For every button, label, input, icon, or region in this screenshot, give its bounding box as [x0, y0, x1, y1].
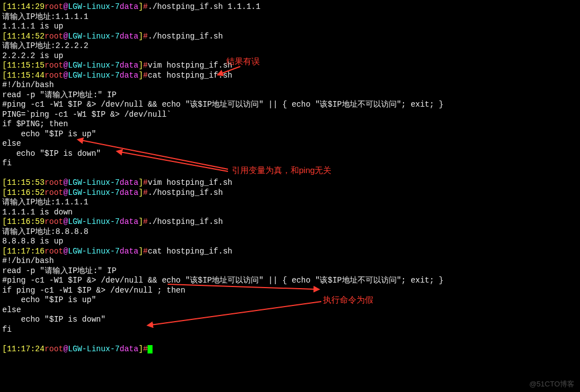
terminal-line: [11:14:52root@LGW-Linux-7data]#./hostpin…	[2, 32, 578, 42]
terminal-line: [11:17:16root@LGW-Linux-7data]#cat hostp…	[2, 247, 578, 257]
terminal-output: 请输入IP地址:8.8.8.8	[2, 227, 578, 237]
annotation-label: 结果有误	[226, 56, 260, 67]
cursor-icon	[148, 345, 153, 353]
terminal-line: [11:14:29root@LGW-Linux-7data]#./hostpin…	[2, 2, 578, 12]
script-line: #ping -c1 -W1 $IP &> /dev/null && echo "…	[2, 100, 578, 110]
script-line: echo "$IP is up"	[2, 130, 578, 140]
annotation-label: 执行命令为假	[323, 295, 373, 305]
annotation-label: 引用变量为真，和ping无关	[232, 165, 331, 176]
script-line: PING=`ping -c1 -W1 $IP &> /dev/null`	[2, 110, 578, 120]
terminal-output: 8.8.8.8 is up	[2, 237, 578, 247]
script-line: if $PING; then	[2, 119, 578, 130]
terminal-line: [11:16:52root@LGW-Linux-7data]#./hostpin…	[2, 188, 578, 198]
terminal-line: [11:15:53root@LGW-Linux-7data]#vim hostp…	[2, 178, 578, 188]
script-line: #!/bin/bash	[2, 256, 578, 266]
terminal-output: 请输入IP地址:2.2.2.2	[2, 41, 578, 51]
terminal-prompt[interactable]: [11:17:24root@LGW-Linux-7data]#	[2, 345, 578, 355]
terminal-line: [11:15:44root@LGW-Linux-7data]#cat hostp…	[2, 71, 578, 81]
terminal-output: 请输入IP地址:1.1.1.1	[2, 198, 578, 208]
terminal-output: 2.2.2.2 is up	[2, 51, 578, 61]
script-line: echo "$IP is down"	[2, 149, 578, 159]
script-line: #!/bin/bash	[2, 80, 578, 90]
terminal-output: 1.1.1.1 is up	[2, 22, 578, 32]
script-line: #ping -c1 -W1 $IP &> /dev/null && echo "…	[2, 276, 578, 286]
watermark: @51CTO博客	[529, 380, 574, 389]
terminal-output: 1.1.1.1 is down	[2, 208, 578, 218]
terminal-line: [11:15:15root@LGW-Linux-7data]#vim hostp…	[2, 61, 578, 71]
terminal-output: 请输入IP地址:1.1.1.1	[2, 12, 578, 22]
terminal-line: [11:16:59root@LGW-Linux-7data]#./hostpin…	[2, 217, 578, 227]
blank-line	[2, 334, 578, 345]
script-line: echo "$IP is up"	[2, 295, 578, 305]
script-line: else	[2, 305, 578, 315]
script-line: echo "$IP is down"	[2, 315, 578, 325]
script-line: if ping -c1 -W1 $IP &> /dev/null ; then	[2, 286, 578, 296]
script-line: read -p "请输入IP地址:" IP	[2, 266, 578, 276]
script-line: read -p "请输入IP地址:" IP	[2, 90, 578, 101]
script-line: else	[2, 139, 578, 149]
script-line: fi	[2, 325, 578, 335]
